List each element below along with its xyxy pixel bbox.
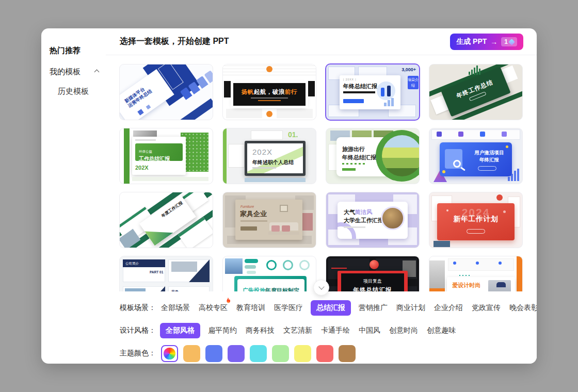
template-title: 爱设计时尚	[452, 282, 480, 289]
color-swatch-red[interactable]	[316, 345, 333, 362]
header: 选择一套模板，开始创建 PPT 生成 PPT → 1	[106, 28, 537, 55]
template-picker-dialog: 热门推荐 我的模板 历史模板 选择一套模板，开始创建 PPT 生成 PPT → …	[41, 28, 537, 364]
style-option-cartoon[interactable]: 卡通手绘	[321, 326, 350, 335]
template-title: 旅游出行	[342, 145, 365, 153]
template-subtitle: PART 01	[150, 270, 163, 274]
load-more-button[interactable]	[313, 280, 329, 296]
color-wheel-icon	[164, 348, 175, 360]
scene-option-campus[interactable]: 高校专区	[199, 303, 228, 313]
template-title: 广告投放年度目标制定	[237, 287, 304, 291]
arrow-right-icon: →	[490, 38, 497, 46]
template-card-industry-insight[interactable]: 爱设计时尚 行业洞察报告	[429, 256, 522, 291]
style-option-chinese[interactable]: 中国风	[359, 326, 380, 335]
template-subtitle: Furniture	[240, 205, 254, 208]
scene-option-company-intro[interactable]: 企业介绍	[434, 303, 463, 313]
template-title: 大学生工作汇报	[344, 217, 383, 224]
template-card-user-activation[interactable]: 用户激活项目 年终汇报	[429, 128, 522, 184]
template-side-badge: 项目介绍	[408, 76, 419, 89]
template-card-green-year-end[interactable]: 年终工作总结	[429, 64, 522, 120]
template-year: 202X	[135, 165, 149, 171]
scene-option-business-plan[interactable]: 商业计划	[396, 303, 425, 313]
template-card-ad-target[interactable]: 广告投放年度目标制定	[223, 256, 316, 291]
filter-row-color: 主题颜色：	[120, 342, 537, 364]
filter-label-scene: 模板场景：	[120, 303, 161, 313]
scene-option-marketing[interactable]: 营销推广	[359, 303, 388, 313]
template-card-travel[interactable]: 旅游出行 年终总结汇报	[326, 128, 419, 184]
template-corner-label: 3,000+	[402, 67, 416, 72]
sidebar-item-label: 我的模板	[50, 67, 81, 76]
template-title: 公司简介	[123, 259, 165, 267]
template-card-sailing[interactable]: 01. 扬帆起航，破浪前行	[223, 64, 316, 120]
credit-count: 1	[504, 38, 508, 45]
template-title: 用户激活项目	[469, 149, 510, 156]
template-title: 扬帆起航，破浪前行	[242, 88, 297, 96]
template-card-year-end-summary[interactable]: 3,000+ | 20XX | 年终总结汇报 项目介绍	[326, 64, 419, 120]
template-title: 年终总结汇报	[343, 83, 377, 90]
style-option-business-tech[interactable]: 商务科技	[246, 326, 275, 335]
chevron-up-icon	[94, 70, 100, 75]
color-swatch-cyan[interactable]	[250, 345, 267, 362]
hot-flame-icon	[224, 297, 231, 304]
gem-icon	[508, 39, 515, 45]
style-option-creative-fun[interactable]: 创意趣味	[427, 326, 456, 335]
color-swatch-purple[interactable]	[228, 345, 245, 362]
template-title: 年终述职个人总结	[252, 159, 294, 166]
page-title: 选择一套模板，开始创建 PPT	[120, 36, 229, 47]
filter-panel: 模板场景： 全部场景 高校专区 教育培训 医学医疗 总结汇报 营销推广 商业计划	[106, 291, 537, 364]
template-title: 项目复盘	[363, 278, 382, 285]
chevron-down-icon	[318, 284, 324, 289]
template-grid: 新媒体平台 运营年终总结 01. 扬帆起航，破浪前行	[106, 55, 537, 291]
template-card-student-report[interactable]: 大气简洁风 大学生工作汇报	[326, 192, 419, 248]
template-title: 大气简洁风	[344, 208, 372, 216]
template-year: | 20XX |	[343, 78, 357, 81]
style-option-artsy-fresh[interactable]: 文艺清新	[283, 326, 312, 335]
scene-option-summary-report[interactable]: 总结汇报	[311, 300, 351, 316]
template-card-annual-work[interactable]: 年度工作汇报	[120, 192, 213, 248]
template-title: 新年工作计划	[437, 215, 515, 224]
template-title: 年终汇报	[469, 156, 510, 164]
template-card-company-profile[interactable]: 公司简介 PART 01 目录	[120, 256, 213, 291]
style-option-all[interactable]: 全部风格	[160, 323, 200, 338]
template-title: 工作总结汇报	[139, 155, 183, 162]
color-swatch-rainbow[interactable]	[161, 345, 178, 362]
template-card-personal-debrief[interactable]: 01. 202X 年终述职个人总结	[223, 128, 316, 184]
scene-option-education[interactable]: 教育培训	[236, 303, 265, 313]
color-swatch-brown[interactable]	[339, 345, 356, 362]
sidebar-item-my-templates[interactable]: 我的模板	[50, 67, 106, 77]
filter-row-style: 设计风格： 全部风格 扁平简约 商务科技 文艺清新 卡通手绘 中国风 创意时尚 …	[120, 319, 537, 342]
main-area: 选择一套模板，开始创建 PPT 生成 PPT → 1 新媒体平台 运营年终总结	[106, 28, 537, 364]
style-option-flat-simple[interactable]: 扁平简约	[208, 326, 237, 335]
scene-option-party-gov[interactable]: 党政宣传	[472, 303, 501, 313]
filter-label-color: 主题颜色：	[120, 349, 161, 358]
template-card-furniture[interactable]: Furniture 家具企业	[223, 192, 316, 248]
template-card-new-year-plan[interactable]: 2024 新年工作计划	[429, 192, 522, 248]
generate-ppt-button[interactable]: 生成 PPT → 1	[450, 34, 523, 50]
template-card-environmental[interactable]: 环保公益 工作总结汇报 202X	[120, 128, 213, 184]
template-title: 年终总结汇报	[342, 154, 376, 161]
filter-row-scene: 模板场景： 全部场景 高校专区 教育培训 医学医疗 总结汇报 营销推广 商业计划	[120, 297, 537, 319]
color-swatch-yellow[interactable]	[294, 345, 311, 362]
generate-ppt-label: 生成 PPT	[456, 37, 487, 46]
style-option-creative-fashion[interactable]: 创意时尚	[389, 326, 418, 335]
scene-option-all[interactable]: 全部场景	[161, 303, 190, 313]
template-year: 202X	[252, 148, 272, 156]
color-swatch-orange[interactable]	[183, 345, 200, 362]
scene-option-gala[interactable]: 晚会表彰	[509, 303, 537, 313]
template-card-blue-media[interactable]: 新媒体平台 运营年终总结	[120, 64, 213, 120]
template-card-project-review[interactable]: 项目复盘 年终总结汇报	[326, 256, 419, 291]
template-grid-viewport: 新媒体平台 运营年终总结 01. 扬帆起航，破浪前行	[106, 55, 537, 291]
template-corner-label: 01.	[288, 130, 298, 139]
credit-badge: 1	[501, 37, 517, 46]
filter-label-style: 设计风格：	[120, 326, 161, 335]
template-title: 家具企业	[240, 209, 267, 219]
template-subtitle: 环保公益	[139, 150, 152, 153]
template-title: 年终总结汇报	[354, 286, 392, 291]
color-swatch-green[interactable]	[272, 345, 289, 362]
color-swatch-blue[interactable]	[205, 345, 222, 362]
sidebar-item-history-templates[interactable]: 历史模板	[58, 86, 106, 96]
scene-option-medical[interactable]: 医学医疗	[274, 303, 303, 313]
sidebar: 热门推荐 我的模板 历史模板	[41, 28, 106, 364]
sidebar-item-hot-recommend[interactable]: 热门推荐	[50, 45, 106, 56]
